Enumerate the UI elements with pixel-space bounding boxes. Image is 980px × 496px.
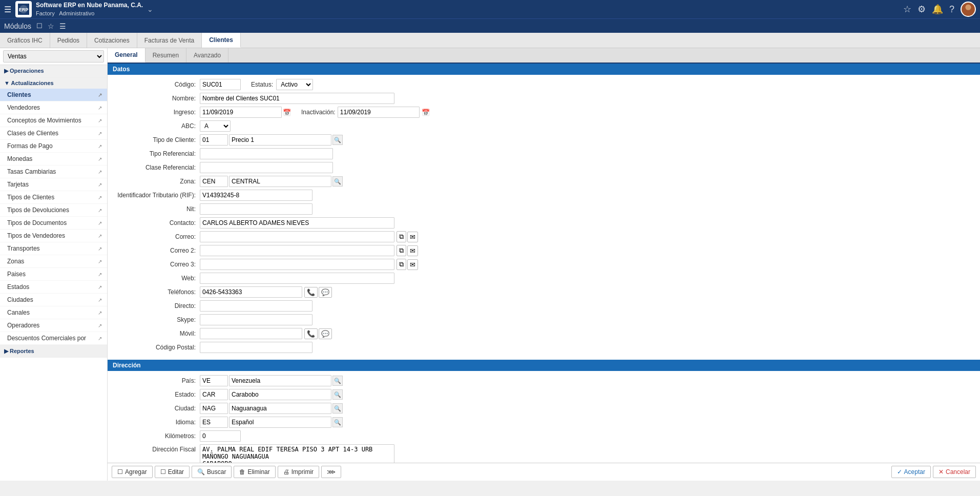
tab-clientes[interactable]: Clientes xyxy=(202,33,241,48)
estatus-select[interactable]: Activo Inactivo xyxy=(276,79,313,90)
contacto-input[interactable] xyxy=(200,217,394,229)
movil-input[interactable] xyxy=(200,328,302,339)
cancelar-button[interactable]: ✕ Cancelar xyxy=(933,466,976,478)
codigo-input[interactable] xyxy=(200,79,241,90)
tab-resumen[interactable]: Resumen xyxy=(145,48,186,63)
screen-icon[interactable]: ☐ xyxy=(36,22,43,30)
avatar[interactable] xyxy=(961,2,976,17)
sidebar-item-operadores[interactable]: Operadores ↗ xyxy=(0,319,107,332)
tipo-cliente-name[interactable] xyxy=(229,134,331,146)
module-select[interactable]: Ventas xyxy=(3,50,104,63)
estado-name[interactable] xyxy=(229,389,331,400)
pais-name[interactable] xyxy=(229,375,331,386)
correo3-input[interactable] xyxy=(200,259,394,270)
estado-code[interactable] xyxy=(200,389,228,400)
sidebar-item-tarjetas[interactable]: Tarjetas ↗ xyxy=(0,178,107,191)
clase-referencial-input[interactable] xyxy=(200,162,333,173)
aceptar-button[interactable]: ✓ Aceptar xyxy=(891,466,931,478)
sidebar-item-clientes[interactable]: Clientes ↗ xyxy=(0,89,107,101)
sidebar-item-monedas[interactable]: Monedas ↗ xyxy=(0,153,107,166)
sidebar-item-ciudades[interactable]: Ciudades ↗ xyxy=(0,294,107,306)
sidebar-section-reportes-header[interactable]: ▶ Reportes xyxy=(0,345,107,357)
chevron-down-icon[interactable]: ⌄ xyxy=(147,5,153,13)
codigo-postal-input[interactable] xyxy=(200,342,312,353)
sidebar-item-descuentos[interactable]: Descuentos Comerciales por ↗ xyxy=(0,332,107,345)
sidebar-item-formas[interactable]: Formas de Pago ↗ xyxy=(0,140,107,153)
sidebar-item-clases[interactable]: Clases de Clientes ↗ xyxy=(0,127,107,140)
tab-graficos[interactable]: Gráficos IHC xyxy=(0,33,50,48)
sidebar-item-paises[interactable]: Paises ↗ xyxy=(0,268,107,281)
kilometros-input[interactable] xyxy=(200,430,241,442)
web-input[interactable] xyxy=(200,273,394,284)
sidebar-item-tipos-vendedores[interactable]: Tipos de Vendedores ↗ xyxy=(0,230,107,242)
directo-input[interactable] xyxy=(200,300,312,312)
skype-input[interactable] xyxy=(200,314,312,325)
correo2-email-btn[interactable]: ✉ xyxy=(407,245,418,256)
menu-icon[interactable]: ☰ xyxy=(4,5,11,14)
list-icon[interactable]: ☰ xyxy=(59,22,66,30)
star-icon[interactable]: ☆ xyxy=(903,4,911,15)
agregar-button[interactable]: ☐ Agregar xyxy=(112,466,153,478)
sidebar-item-canales[interactable]: Canales ↗ xyxy=(0,306,107,319)
tipo-referencial-input[interactable] xyxy=(200,148,333,159)
ciudad-search-btn[interactable]: 🔍 xyxy=(332,403,343,414)
modules-icon[interactable]: Módulos xyxy=(4,22,31,30)
sidebar-item-transportes[interactable]: Transportes ↗ xyxy=(0,242,107,255)
tipo-cliente-search-btn[interactable]: 🔍 xyxy=(332,135,343,145)
tab-avanzado[interactable]: Avanzado xyxy=(186,48,228,63)
buscar-button[interactable]: 🔍 Buscar xyxy=(192,466,232,478)
sidebar-module-dropdown[interactable]: Ventas xyxy=(0,48,107,65)
movil-call-btn[interactable]: 📞 xyxy=(304,328,318,339)
abc-select[interactable]: A B C xyxy=(200,120,231,132)
sidebar-item-tasas[interactable]: Tasas Cambiarias ↗ xyxy=(0,166,107,178)
tab-general[interactable]: General xyxy=(108,48,145,63)
estado-search-btn[interactable]: 🔍 xyxy=(332,389,343,400)
pais-code[interactable] xyxy=(200,375,228,386)
sidebar-item-tipos-clientes[interactable]: Tipos de Clientes ↗ xyxy=(0,191,107,204)
sidebar-item-vendedores[interactable]: Vendedores ↗ xyxy=(0,101,107,114)
imprimir-button[interactable]: 🖨 Imprimir xyxy=(278,466,319,478)
ciudad-name[interactable] xyxy=(229,403,331,414)
zona-search-btn[interactable]: 🔍 xyxy=(332,176,343,187)
tab-cotizaciones[interactable]: Cotizaciones xyxy=(87,33,137,48)
ingreso-input[interactable] xyxy=(200,107,282,118)
help-icon[interactable]: ? xyxy=(949,4,954,15)
correo2-input[interactable] xyxy=(200,245,394,256)
zona-code[interactable] xyxy=(200,176,228,187)
correo3-copy-btn[interactable]: ⧉ xyxy=(397,259,406,270)
calendar-icon-ingreso[interactable]: 📅 xyxy=(283,109,291,116)
nit-input[interactable] xyxy=(200,203,312,215)
tipo-cliente-code[interactable] xyxy=(200,134,228,146)
sidebar-section-actualizaciones-header[interactable]: ▼ Actualizaciones xyxy=(0,77,107,89)
movil-msg-btn[interactable]: 💬 xyxy=(319,328,332,339)
correo-input[interactable] xyxy=(200,231,394,242)
correo2-copy-btn[interactable]: ⧉ xyxy=(397,245,406,256)
idioma-search-btn[interactable]: 🔍 xyxy=(332,417,343,427)
correo3-email-btn[interactable]: ✉ xyxy=(407,259,418,270)
idioma-name[interactable] xyxy=(229,417,331,428)
correo-copy-btn[interactable]: ⧉ xyxy=(397,231,406,242)
editar-button[interactable]: ☐ Editar xyxy=(155,466,190,478)
calendar-icon-inactivacion[interactable]: 📅 xyxy=(422,109,430,116)
bookmark-icon[interactable]: ☆ xyxy=(48,22,54,30)
eliminar-button[interactable]: 🗑 Eliminar xyxy=(234,466,275,478)
bell-icon[interactable]: 🔔 xyxy=(932,4,943,15)
pais-search-btn[interactable]: 🔍 xyxy=(332,376,343,386)
idioma-code[interactable] xyxy=(200,417,228,428)
gear-icon[interactable]: ⚙ xyxy=(918,4,926,15)
sidebar-item-tipos-devoluciones[interactable]: Tipos de Devoluciones ↗ xyxy=(0,204,107,217)
correo-email-btn[interactable]: ✉ xyxy=(407,232,418,242)
direccion-fiscal-input[interactable]: AV. PALMA REAL EDIF TERESA PISO 3 APT 14… xyxy=(200,444,394,463)
sidebar-item-estados[interactable]: Estados ↗ xyxy=(0,281,107,294)
tab-pedidos[interactable]: Pedidos xyxy=(50,33,87,48)
sidebar-item-tipos-documentos[interactable]: Tipos de Documentos ↗ xyxy=(0,217,107,230)
telefonos-input[interactable] xyxy=(200,286,302,298)
inactivacion-input[interactable] xyxy=(338,107,420,118)
telefonos-call-btn[interactable]: 📞 xyxy=(304,287,318,298)
sidebar-item-conceptos[interactable]: Conceptos de Movimientos ↗ xyxy=(0,114,107,127)
sidebar-section-operaciones-header[interactable]: ▶ Operaciones xyxy=(0,65,107,77)
ciudad-code[interactable] xyxy=(200,403,228,414)
zona-name[interactable] xyxy=(229,176,331,187)
telefonos-msg-btn[interactable]: 💬 xyxy=(319,287,332,298)
tab-facturas[interactable]: Facturas de Venta xyxy=(137,33,202,48)
